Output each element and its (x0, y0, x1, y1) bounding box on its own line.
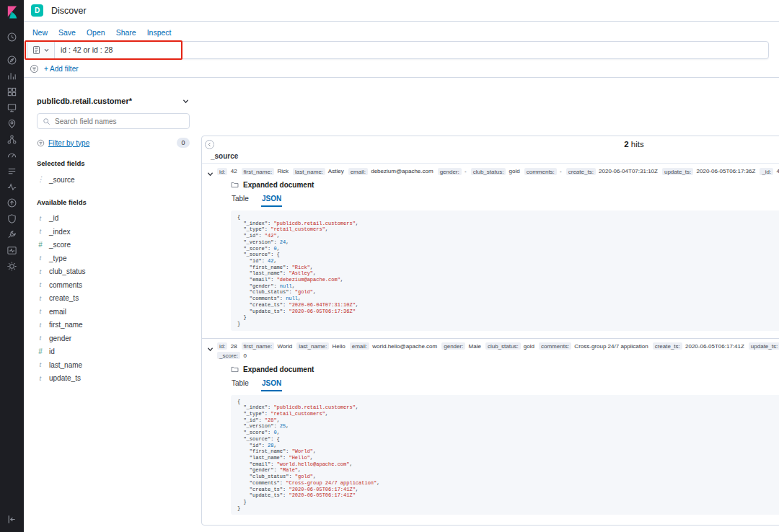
field-name-badge: gender: (438, 168, 462, 175)
field-name-badge: email: (350, 342, 369, 350)
field-value: 0 (242, 353, 247, 359)
field-item-id[interactable]: #id (37, 345, 190, 359)
field-item-create_ts[interactable]: tcreate_ts (37, 292, 190, 306)
dashboard-icon[interactable] (6, 87, 17, 97)
field-value: 2020-06-04T07:31:10Z (597, 168, 658, 174)
uptime-icon[interactable] (6, 198, 17, 208)
field-name-badge: gender: (441, 342, 465, 350)
field-name: _index (49, 228, 70, 236)
field-name-badge: _id: (760, 168, 773, 175)
field-item-club_status[interactable]: tclub_status (37, 265, 190, 279)
available-fields-list: t_idt_index#_scoret_typetclub_statustcom… (37, 212, 190, 386)
canvas-icon[interactable] (6, 102, 17, 113)
toolbar-link-open[interactable]: Open (87, 28, 105, 37)
document-summary[interactable]: id: 28first_name: Worldlast_name: Helloe… (217, 342, 779, 360)
field-type-icon: t (37, 228, 44, 235)
field-name-badge: id: (217, 342, 227, 350)
field-item-first_name[interactable]: tfirst_name (37, 319, 190, 332)
siem-icon[interactable] (6, 213, 17, 224)
tab-json[interactable]: JSON (261, 192, 282, 207)
field-name: id (49, 347, 55, 355)
chevron-down-icon (182, 97, 190, 105)
field-item-last_name[interactable]: tlast_name (37, 358, 190, 372)
management-icon[interactable] (6, 261, 17, 272)
metrics-icon[interactable] (6, 150, 17, 161)
field-value: 28 (229, 343, 237, 350)
field-value: gold (507, 168, 519, 174)
field-type-icon: t (37, 295, 44, 302)
tab-json[interactable]: JSON (261, 377, 282, 391)
filter-settings-icon[interactable] (30, 64, 39, 74)
field-value: 2020-06-05T06:17:41Z (684, 343, 744, 350)
folder-open-icon (231, 365, 239, 373)
apm-icon[interactable] (6, 182, 17, 192)
kibana-logo-icon[interactable] (6, 6, 19, 22)
document-summary[interactable]: id: 42first_name: Ricklast_name: Astleye… (217, 167, 779, 176)
tab-table[interactable]: Table (231, 377, 250, 391)
field-item-email[interactable]: temail (37, 305, 190, 319)
hits-number: 2 (624, 140, 628, 148)
collapse-document-icon[interactable] (206, 343, 214, 351)
json-code-block[interactable]: { "_index": "publicdb.retail.customers",… (231, 395, 779, 515)
field-type-icon: t (37, 281, 44, 288)
collapse-menu-icon[interactable] (6, 514, 17, 525)
collapse-sidebar-button[interactable] (205, 140, 214, 149)
selected-fields-heading: Selected fields (37, 159, 190, 167)
logs-icon[interactable] (6, 166, 17, 177)
field-type-icon: t (37, 375, 44, 382)
discover-icon[interactable] (6, 55, 17, 66)
visualize-icon[interactable] (6, 71, 17, 81)
filter-count-badge: 0 (177, 138, 190, 148)
index-pattern-name: publicdb.retail.customer* (37, 97, 132, 105)
document-list: id: 42first_name: Ricklast_name: Astleye… (202, 164, 779, 522)
recently-viewed-icon[interactable] (6, 32, 17, 43)
available-fields-heading: Available fields (37, 198, 190, 206)
field-item-_index[interactable]: t_index (37, 225, 190, 239)
field-name: _source (49, 176, 75, 184)
field-name-badge: update_ts: (662, 168, 693, 175)
table-row: id: 28first_name: Worldlast_name: Helloe… (202, 338, 779, 523)
field-value: World (276, 343, 292, 350)
left-nav-rail (0, 0, 24, 532)
field-name: last_name (49, 361, 82, 369)
field-name: email (49, 308, 66, 316)
field-value: 42 (775, 168, 779, 174)
stack-monitoring-icon[interactable] (6, 245, 17, 256)
expanded-doc-tabs: TableJSON (231, 192, 779, 207)
field-item-comments[interactable]: tcomments (37, 278, 190, 292)
field-item-_id[interactable]: t_id (37, 212, 190, 226)
field-value: Astley (327, 168, 344, 174)
index-pattern-selector[interactable]: publicdb.retail.customer* (37, 97, 190, 105)
json-code-block[interactable]: { "_index": "publicdb.retail.customers",… (231, 210, 779, 331)
saved-query-menu-button[interactable] (27, 42, 55, 58)
field-item-_score[interactable]: #_score (37, 239, 190, 252)
query-input[interactable] (55, 45, 768, 54)
maps-icon[interactable] (6, 118, 17, 129)
toolbar-link-share[interactable]: Share (116, 28, 136, 37)
field-value: - (463, 168, 467, 174)
collapse-document-icon[interactable] (206, 168, 214, 176)
filter-by-type-label: Filter by type (48, 139, 89, 147)
expanded-document: Expanded documentTableJSON{ "_index": "p… (231, 365, 779, 515)
field-item-_source[interactable]: ⋮_source (37, 173, 190, 187)
dev-tools-icon[interactable] (6, 229, 17, 240)
field-search-input[interactable] (55, 118, 184, 125)
field-name-badge: email: (348, 168, 368, 175)
field-name: first_name (49, 321, 83, 329)
field-item-update_ts[interactable]: tupdate_ts (37, 372, 190, 386)
toolbar: NewSaveOpenShareInspect (24, 22, 779, 39)
machine-learning-icon[interactable] (6, 134, 17, 145)
expanded-document-title: Expanded document (243, 365, 314, 373)
results-panel: 2 hits _source id: 42first_name: Ricklas… (201, 136, 779, 526)
field-item-_type[interactable]: t_type (37, 252, 190, 265)
filter-by-type-button[interactable]: Filter by type (37, 139, 89, 147)
toolbar-link-new[interactable]: New (32, 28, 48, 37)
field-type-icon: t (37, 361, 44, 368)
field-item-gender[interactable]: tgender (37, 332, 190, 345)
field-name-badge: _score: (217, 352, 240, 359)
source-column-header[interactable]: _source (202, 151, 779, 164)
add-filter-button[interactable]: + Add filter (44, 65, 79, 73)
toolbar-link-inspect[interactable]: Inspect (147, 28, 172, 37)
tab-table[interactable]: Table (231, 192, 250, 207)
toolbar-link-save[interactable]: Save (58, 28, 76, 37)
